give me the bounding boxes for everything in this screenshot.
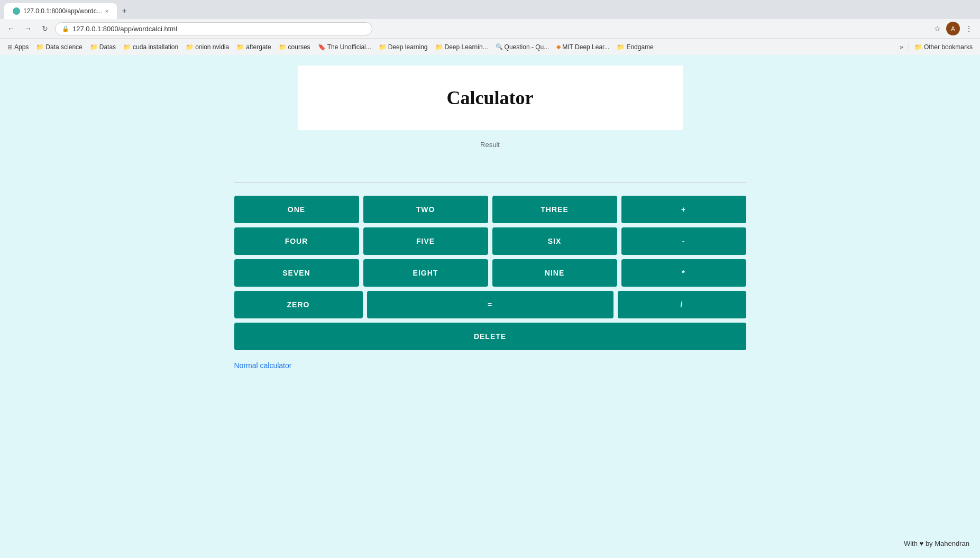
folder-icon: 📁 xyxy=(123,43,131,51)
bookmark-aftergate[interactable]: 📁 aftergate xyxy=(233,42,274,52)
bookmark-courses[interactable]: 📁 courses xyxy=(276,42,314,52)
bookmark-separator xyxy=(909,43,909,51)
star-button[interactable]: ☆ xyxy=(930,22,944,35)
grid-icon: ⊞ xyxy=(7,43,13,51)
bookmark-question-label: Question - Qu... xyxy=(505,43,549,51)
folder-icon: 📁 xyxy=(435,43,443,51)
button-row-delete: DELETE xyxy=(234,323,746,350)
button-row-4: ZERO = / xyxy=(234,291,746,318)
folder-icon: 📁 xyxy=(90,43,98,51)
new-tab-button[interactable]: + xyxy=(117,4,132,19)
footer-text: With ♥ by Mahendran xyxy=(904,539,969,547)
bookmark-deep-learning-label: Deep learning xyxy=(388,43,428,51)
mit-icon: ◆ xyxy=(556,43,561,50)
tab-bar: 127.0.0.1:8000/app/wordc... × + xyxy=(0,0,980,19)
button-plus[interactable]: + xyxy=(621,196,746,223)
folder-icon: 📁 xyxy=(617,43,625,51)
page-content: Calculator Result ONE TWO THREE + FOUR F… xyxy=(0,55,980,558)
button-four[interactable]: FOUR xyxy=(234,227,359,255)
bookmark-data-science[interactable]: 📁 Data science xyxy=(33,42,85,52)
url-text: 127.0.0.1:8000/app/wordcalci.html xyxy=(72,25,177,33)
bookmark-deep-learning2-label: Deep Learnin... xyxy=(445,43,488,51)
button-five[interactable]: FIVE xyxy=(363,227,488,255)
bookmark-aftergate-label: aftergate xyxy=(246,43,271,51)
folder-icon: 📁 xyxy=(279,43,287,51)
address-right-icons: ☆ A ⋮ xyxy=(930,22,976,35)
active-tab[interactable]: 127.0.0.1:8000/app/wordc... × xyxy=(4,3,117,19)
button-row-1: ONE TWO THREE + xyxy=(234,196,746,223)
calc-header: Calculator xyxy=(298,66,683,130)
more-label: » xyxy=(900,43,903,51)
bookmark-other-label: Other bookmarks xyxy=(924,43,973,51)
button-minus[interactable]: - xyxy=(621,227,746,255)
button-row-2: FOUR FIVE SIX - xyxy=(234,227,746,255)
divider xyxy=(234,182,746,183)
bookmark-red-icon: 🔖 xyxy=(318,43,326,51)
button-six[interactable]: SIX xyxy=(492,227,617,255)
bookmark-onion[interactable]: 📁 onion nvidia xyxy=(182,42,232,52)
button-zero[interactable]: ZERO xyxy=(234,291,363,318)
bookmark-deep-learning[interactable]: 📁 Deep learning xyxy=(375,42,431,52)
folder-icon: 📁 xyxy=(36,43,44,51)
bookmark-unofficial-label: The Unofficial... xyxy=(327,43,371,51)
button-two[interactable]: TWO xyxy=(363,196,488,223)
address-input[interactable]: 🔒 127.0.0.1:8000/app/wordcalci.html xyxy=(55,22,372,35)
bookmark-more[interactable]: » xyxy=(896,42,906,52)
bookmark-mit[interactable]: ◆ MIT Deep Lear... xyxy=(553,42,612,52)
button-multiply[interactable]: * xyxy=(621,259,746,287)
menu-button[interactable]: ⋮ xyxy=(962,22,976,35)
bookmark-mit-label: MIT Deep Lear... xyxy=(562,43,609,51)
bookmark-question[interactable]: 🔍 Question - Qu... xyxy=(492,42,553,52)
bookmark-deep-learning2[interactable]: 📁 Deep Learnin... xyxy=(432,42,491,52)
tab-favicon xyxy=(13,7,20,15)
search-icon: 🔍 xyxy=(496,43,503,50)
bookmark-onion-label: onion nvidia xyxy=(195,43,229,51)
bookmark-apps-label: Apps xyxy=(14,43,29,51)
bookmark-other[interactable]: 📁 Other bookmarks xyxy=(911,42,976,52)
bookmark-courses-label: courses xyxy=(288,43,310,51)
bookmark-endgame[interactable]: 📁 Endgame xyxy=(613,42,656,52)
bookmark-datas[interactable]: 📁 Datas xyxy=(87,42,119,52)
address-bar-row: ← → ↻ 🔒 127.0.0.1:8000/app/wordcalci.htm… xyxy=(0,19,980,38)
bookmark-apps[interactable]: ⊞ Apps xyxy=(4,42,32,52)
tab-title: 127.0.0.1:8000/app/wordc... xyxy=(23,7,102,15)
folder-icon: 📁 xyxy=(236,43,244,51)
bookmark-cuda[interactable]: 📁 cuda installation xyxy=(120,42,181,52)
button-equals[interactable]: = xyxy=(367,291,613,318)
footer: With ♥ by Mahendran xyxy=(904,539,969,547)
button-row-3: SEVEN EIGHT NINE * xyxy=(234,259,746,287)
button-eight[interactable]: EIGHT xyxy=(363,259,488,287)
bookmark-data-science-label: Data science xyxy=(45,43,82,51)
button-divide[interactable]: / xyxy=(618,291,746,318)
result-display xyxy=(298,153,683,174)
normal-calc-link[interactable]: Normal calculator xyxy=(234,361,292,370)
bookmark-datas-label: Datas xyxy=(99,43,116,51)
bookmark-endgame-label: Endgame xyxy=(626,43,653,51)
bookmark-cuda-label: cuda installation xyxy=(133,43,178,51)
button-seven[interactable]: SEVEN xyxy=(234,259,359,287)
browser-chrome: 127.0.0.1:8000/app/wordc... × + ← → ↻ 🔒 … xyxy=(0,0,980,55)
refresh-button[interactable]: ↻ xyxy=(38,22,52,35)
lock-icon: 🔒 xyxy=(62,25,69,32)
folder-icon: 📁 xyxy=(914,43,922,51)
profile-icon[interactable]: A xyxy=(946,22,960,35)
folder-icon: 📁 xyxy=(186,43,194,51)
button-nine[interactable]: NINE xyxy=(492,259,617,287)
page-title: Calculator xyxy=(308,87,672,109)
back-button[interactable]: ← xyxy=(4,22,18,35)
folder-icon: 📁 xyxy=(379,43,387,51)
button-three[interactable]: THREE xyxy=(492,196,617,223)
button-one[interactable]: ONE xyxy=(234,196,359,223)
bookmark-unofficial[interactable]: 🔖 The Unofficial... xyxy=(315,42,374,52)
forward-button[interactable]: → xyxy=(21,22,35,35)
tab-close-button[interactable]: × xyxy=(105,8,108,14)
normal-calc-link-container: Normal calculator xyxy=(234,361,292,370)
bookmarks-bar: ⊞ Apps 📁 Data science 📁 Datas 📁 cuda ins… xyxy=(0,38,980,55)
result-label: Result xyxy=(298,141,683,149)
button-delete[interactable]: DELETE xyxy=(234,323,746,350)
button-grid: ONE TWO THREE + FOUR FIVE SIX - SEVEN EI… xyxy=(234,196,746,350)
